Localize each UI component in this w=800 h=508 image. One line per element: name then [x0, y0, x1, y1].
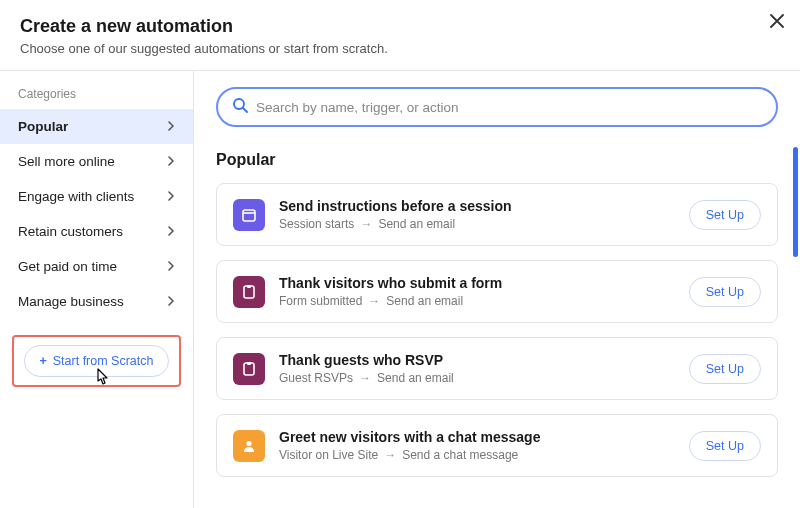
card-title: Send instructions before a session	[279, 198, 675, 214]
sidebar-item-retain-customers[interactable]: Retain customers	[0, 214, 193, 249]
card-trigger: Session starts	[279, 217, 354, 231]
arrow-right-icon: →	[359, 371, 371, 385]
sidebar-item-popular[interactable]: Popular	[0, 109, 193, 144]
arrow-right-icon: →	[368, 294, 380, 308]
search-field[interactable]	[216, 87, 778, 127]
card-action: Send an email	[377, 371, 454, 385]
chevron-right-icon	[167, 119, 175, 134]
arrow-right-icon: →	[360, 217, 372, 231]
card-trigger: Guest RSVPs	[279, 371, 353, 385]
sidebar-heading: Categories	[0, 81, 193, 109]
search-icon	[232, 97, 248, 117]
sidebar-item-get-paid-on-time[interactable]: Get paid on time	[0, 249, 193, 284]
setup-button[interactable]: Set Up	[689, 431, 761, 461]
svg-rect-1	[243, 210, 255, 221]
sidebar-item-manage-business[interactable]: Manage business	[0, 284, 193, 319]
card-flow: Guest RSVPs → Send an email	[279, 371, 675, 385]
sidebar-item-label: Sell more online	[18, 154, 115, 169]
chevron-right-icon	[167, 154, 175, 169]
page-title: Create a new automation	[20, 16, 780, 37]
card-flow: Visitor on Live Site → Send a chat messa…	[279, 448, 675, 462]
automation-list: Send instructions before a session Sessi…	[216, 183, 778, 477]
main-panel: Popular Send instructions before a sessi…	[194, 71, 800, 508]
automation-card[interactable]: Thank guests who RSVP Guest RSVPs → Send…	[216, 337, 778, 400]
chevron-right-icon	[167, 259, 175, 274]
search-input[interactable]	[256, 100, 762, 115]
calendar-icon	[233, 199, 265, 231]
setup-button[interactable]: Set Up	[689, 200, 761, 230]
sidebar-item-label: Manage business	[18, 294, 124, 309]
start-from-scratch-label: Start from Scratch	[53, 354, 154, 368]
card-title: Thank visitors who submit a form	[279, 275, 675, 291]
chevron-right-icon	[167, 189, 175, 204]
sidebar-item-label: Popular	[18, 119, 68, 134]
svg-point-6	[246, 440, 251, 445]
start-from-scratch-highlight: + Start from Scratch	[12, 335, 181, 387]
svg-rect-5	[247, 362, 251, 365]
vertical-scrollbar[interactable]	[793, 147, 798, 257]
sidebar-item-label: Engage with clients	[18, 189, 134, 204]
clipboard-icon	[233, 276, 265, 308]
user-icon	[233, 430, 265, 462]
card-action: Send a chat message	[402, 448, 518, 462]
setup-button[interactable]: Set Up	[689, 277, 761, 307]
card-flow: Form submitted → Send an email	[279, 294, 675, 308]
chevron-right-icon	[167, 294, 175, 309]
card-title: Thank guests who RSVP	[279, 352, 675, 368]
chevron-right-icon	[167, 224, 175, 239]
categories-sidebar: Categories Popular Sell more online Enga…	[0, 71, 194, 508]
sidebar-item-sell-more-online[interactable]: Sell more online	[0, 144, 193, 179]
card-title: Greet new visitors with a chat message	[279, 429, 675, 445]
plus-icon: +	[39, 354, 46, 368]
card-action: Send an email	[378, 217, 455, 231]
card-flow: Session starts → Send an email	[279, 217, 675, 231]
start-from-scratch-button[interactable]: + Start from Scratch	[24, 345, 168, 377]
card-trigger: Form submitted	[279, 294, 362, 308]
arrow-right-icon: →	[384, 448, 396, 462]
sidebar-item-label: Retain customers	[18, 224, 123, 239]
sidebar-item-label: Get paid on time	[18, 259, 117, 274]
sidebar-item-engage-with-clients[interactable]: Engage with clients	[0, 179, 193, 214]
setup-button[interactable]: Set Up	[689, 354, 761, 384]
page-subtitle: Choose one of our suggested automations …	[20, 41, 780, 56]
section-title: Popular	[216, 151, 778, 169]
automation-card[interactable]: Greet new visitors with a chat message V…	[216, 414, 778, 477]
card-action: Send an email	[386, 294, 463, 308]
close-icon	[770, 14, 784, 28]
svg-rect-3	[247, 285, 251, 288]
clipboard-icon	[233, 353, 265, 385]
card-trigger: Visitor on Live Site	[279, 448, 378, 462]
close-button[interactable]	[768, 12, 786, 30]
automation-card[interactable]: Send instructions before a session Sessi…	[216, 183, 778, 246]
automation-card[interactable]: Thank visitors who submit a form Form su…	[216, 260, 778, 323]
